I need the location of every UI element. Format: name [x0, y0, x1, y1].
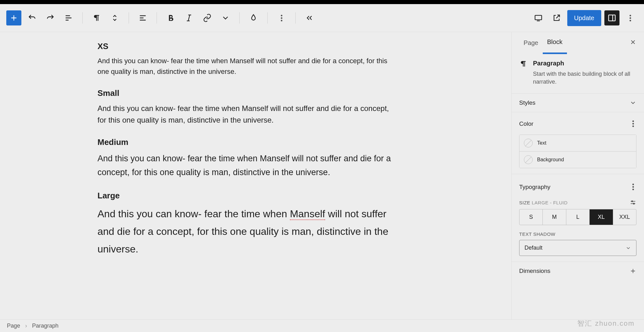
heading-large[interactable]: Large	[97, 191, 399, 201]
text-shadow-label: TEXT SHADOW	[519, 231, 636, 237]
color-options-button[interactable]	[630, 118, 636, 130]
paragraph-large[interactable]: And this you can know- fear the time whe…	[97, 205, 399, 258]
add-block-button[interactable]	[6, 10, 21, 25]
bold-button[interactable]	[163, 10, 178, 25]
size-value: LARGE - FLUID	[532, 200, 568, 205]
undo-button[interactable]	[25, 10, 40, 25]
options-button[interactable]	[623, 10, 638, 25]
dimensions-panel-toggle[interactable]: Dimensions	[519, 268, 636, 274]
background-color-swatch	[524, 155, 533, 164]
background-color-button[interactable]: Background	[519, 152, 636, 168]
heading-medium[interactable]: Medium	[97, 137, 399, 147]
typography-options-button[interactable]	[630, 181, 636, 193]
highlight-button[interactable]	[246, 10, 261, 25]
breadcrumb-root[interactable]: Page	[7, 323, 20, 329]
text-color-swatch	[524, 139, 533, 147]
paragraph-icon[interactable]	[89, 10, 104, 25]
breadcrumb: Page › Paragraph 智汇 zhuon.com	[0, 319, 644, 332]
svg-point-2	[631, 201, 633, 202]
link-button[interactable]	[200, 10, 215, 25]
paragraph-medium[interactable]: And this you can know- fear the time whe…	[97, 152, 399, 180]
paragraph-small[interactable]: And this you can know- fear the time whe…	[97, 102, 399, 126]
tab-page[interactable]: Page	[519, 32, 543, 53]
size-xxl[interactable]: XXL	[613, 209, 636, 225]
size-label: SIZE	[519, 200, 530, 205]
color-panel-title: Color	[519, 120, 533, 127]
svg-rect-1	[609, 15, 615, 21]
more-format-button[interactable]	[218, 10, 233, 25]
collapse-toolbar-button[interactable]	[302, 10, 317, 25]
heading-small[interactable]: Small	[97, 88, 399, 98]
watermark-text: 智汇 zhuon.com	[577, 319, 635, 328]
tab-block[interactable]: Block	[543, 32, 567, 54]
block-description: Start with the basic building block of a…	[533, 70, 636, 86]
view-button[interactable]	[531, 10, 546, 25]
redo-button[interactable]	[43, 10, 58, 25]
move-updown-button[interactable]	[107, 10, 122, 25]
document-overview-button[interactable]	[61, 10, 76, 25]
preview-link-button[interactable]	[549, 10, 564, 25]
typography-panel-title: Typography	[519, 184, 550, 191]
paragraph-xs[interactable]: And this you can know- fear the time whe…	[97, 56, 399, 77]
size-l[interactable]: L	[566, 209, 590, 225]
block-options-button[interactable]	[274, 10, 289, 25]
svg-point-3	[633, 203, 635, 204]
align-button[interactable]	[135, 10, 150, 25]
paragraph-block-icon	[519, 60, 527, 86]
size-m[interactable]: M	[543, 209, 566, 225]
heading-xs[interactable]: XS	[97, 42, 399, 51]
block-title: Paragraph	[533, 60, 636, 67]
text-color-button[interactable]: Text	[519, 135, 636, 152]
svg-rect-0	[535, 15, 541, 20]
settings-sidebar-toggle[interactable]	[604, 10, 619, 25]
text-shadow-select[interactable]: Default	[519, 240, 636, 256]
chevron-right-icon: ›	[25, 323, 27, 329]
italic-button[interactable]	[181, 10, 197, 25]
main-toolbar: Update	[0, 4, 644, 32]
breadcrumb-current[interactable]: Paragraph	[32, 323, 58, 329]
size-selector: S M L XL XXL	[519, 209, 636, 225]
close-sidebar-button[interactable]	[630, 39, 636, 47]
update-button[interactable]: Update	[567, 10, 602, 26]
size-s[interactable]: S	[519, 209, 543, 225]
settings-sidebar: Page Block Paragraph Start with the basi…	[511, 32, 644, 319]
editor-canvas[interactable]: XS And this you can know- fear the time …	[0, 32, 511, 319]
size-xl[interactable]: XL	[590, 209, 613, 225]
styles-panel-toggle[interactable]: Styles	[519, 99, 636, 106]
custom-size-icon[interactable]	[630, 199, 636, 206]
